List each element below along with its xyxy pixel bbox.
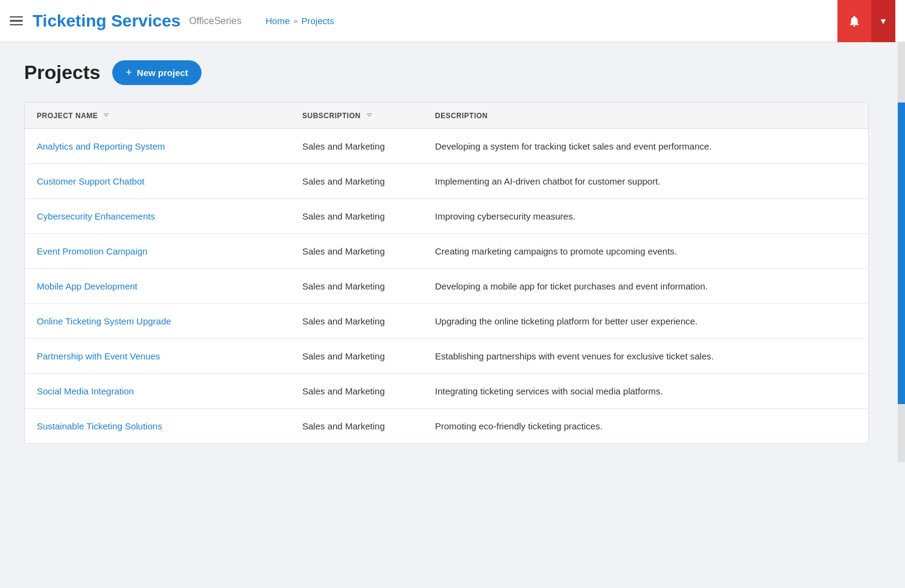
menu-icon[interactable] [10, 16, 23, 26]
projects-table: PROJECT NAME SUBSCRIPTION [25, 103, 868, 443]
project-name-cell: Partnership with Event Venues [25, 339, 290, 374]
description-cell: Improving cybersecurity measures. [423, 199, 868, 234]
project-filter-icon[interactable] [103, 111, 110, 120]
project-name-link[interactable]: Event Promotion Campaign [37, 246, 147, 256]
main-content: Projects + New project PROJECT NAME [0, 42, 905, 462]
description-cell: Establishing partnerships with event ven… [423, 339, 868, 374]
project-name-link[interactable]: Analytics and Reporting System [37, 141, 165, 151]
project-name-link[interactable]: Social Media Integration [37, 386, 134, 396]
col-header-project-name: PROJECT NAME [25, 103, 290, 129]
project-name-link[interactable]: Partnership with Event Venues [37, 351, 160, 361]
table-row: Mobile App DevelopmentSales and Marketin… [25, 269, 868, 304]
scrollbar-thumb[interactable] [898, 103, 905, 404]
breadcrumb-separator: » [293, 16, 297, 25]
project-name-link[interactable]: Cybersecurity Enhancements [37, 211, 155, 221]
table-row: Sustainable Ticketing SolutionsSales and… [25, 409, 868, 444]
subscription-cell: Sales and Marketing [290, 339, 423, 374]
new-project-label: New project [137, 68, 188, 78]
app-title: Ticketing Services [33, 11, 180, 31]
project-name-link[interactable]: Customer Support Chatbot [37, 176, 144, 186]
subscription-cell: Sales and Marketing [290, 164, 423, 199]
project-name-cell: Social Media Integration [25, 374, 290, 409]
col-description-label: DESCRIPTION [435, 112, 488, 120]
project-name-cell: Online Ticketing System Upgrade [25, 304, 290, 339]
project-name-cell: Analytics and Reporting System [25, 129, 290, 164]
col-header-description: DESCRIPTION [423, 103, 868, 129]
table-row: Partnership with Event VenuesSales and M… [25, 339, 868, 374]
project-name-cell: Sustainable Ticketing Solutions [25, 409, 290, 444]
project-name-cell: Mobile App Development [25, 269, 290, 304]
description-cell: Promoting eco-friendly ticketing practic… [423, 409, 868, 444]
table-header-row: PROJECT NAME SUBSCRIPTION [25, 103, 868, 129]
plus-icon: + [125, 66, 132, 79]
table-row: Cybersecurity EnhancementsSales and Mark… [25, 199, 868, 234]
project-name-cell: Event Promotion Campaign [25, 234, 290, 269]
header-dropdown-button[interactable]: ▼ [871, 0, 895, 42]
bell-button[interactable] [837, 0, 871, 42]
subscription-cell: Sales and Marketing [290, 409, 423, 444]
page-title: Projects [24, 62, 100, 84]
page-header: Projects + New project [24, 60, 881, 85]
col-subscription-label: SUBSCRIPTION [302, 112, 361, 120]
app-header: Ticketing Services OfficeSeries Home » P… [0, 0, 905, 42]
project-name-cell: Customer Support Chatbot [25, 164, 290, 199]
app-subtitle: OfficeSeries [189, 16, 241, 27]
table-body: Analytics and Reporting SystemSales and … [25, 129, 868, 444]
bell-icon [848, 14, 861, 28]
subscription-cell: Sales and Marketing [290, 234, 423, 269]
subscription-cell: Sales and Marketing [290, 374, 423, 409]
table-row: Event Promotion CampaignSales and Market… [25, 234, 868, 269]
table-row: Online Ticketing System UpgradeSales and… [25, 304, 868, 339]
project-name-cell: Cybersecurity Enhancements [25, 199, 290, 234]
project-name-link[interactable]: Sustainable Ticketing Solutions [37, 421, 162, 431]
breadcrumb-home[interactable]: Home [265, 16, 290, 26]
subscription-cell: Sales and Marketing [290, 304, 423, 339]
description-cell: Developing a system for tracking ticket … [423, 129, 868, 164]
projects-table-container: PROJECT NAME SUBSCRIPTION [24, 102, 869, 444]
description-cell: Implementing an AI-driven chatbot for cu… [423, 164, 868, 199]
description-cell: Developing a mobile app for ticket purch… [423, 269, 868, 304]
breadcrumb-current: Projects [302, 16, 334, 26]
table-row: Analytics and Reporting SystemSales and … [25, 129, 868, 164]
table-row: Customer Support ChatbotSales and Market… [25, 164, 868, 199]
header-actions: ▼ [837, 0, 895, 42]
project-name-link[interactable]: Online Ticketing System Upgrade [37, 316, 171, 326]
subscription-filter-icon[interactable] [366, 111, 373, 120]
subscription-cell: Sales and Marketing [290, 269, 423, 304]
subscription-cell: Sales and Marketing [290, 199, 423, 234]
chevron-down-icon: ▼ [879, 16, 888, 26]
scrollbar-track[interactable] [898, 42, 905, 462]
subscription-cell: Sales and Marketing [290, 129, 423, 164]
new-project-button[interactable]: + New project [112, 60, 202, 85]
col-header-subscription: SUBSCRIPTION [290, 103, 423, 129]
description-cell: Upgrading the online ticketing platform … [423, 304, 868, 339]
breadcrumb: Home » Projects [265, 16, 334, 26]
project-name-link[interactable]: Mobile App Development [37, 281, 138, 291]
description-cell: Creating marketing campaigns to promote … [423, 234, 868, 269]
table-row: Social Media IntegrationSales and Market… [25, 374, 868, 409]
col-project-label: PROJECT NAME [37, 112, 98, 120]
description-cell: Integrating ticketing services with soci… [423, 374, 868, 409]
